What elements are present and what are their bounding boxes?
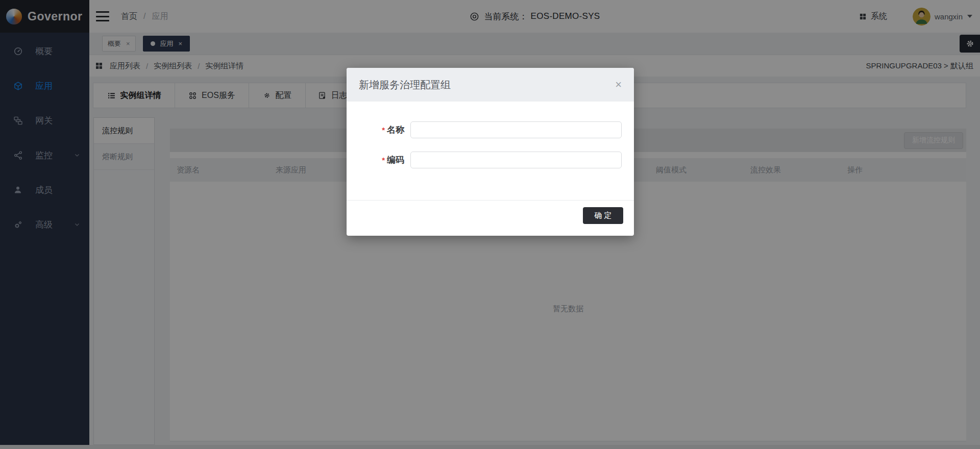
form-row-code: *编码: [347, 152, 634, 168]
code-field-label: *编码: [347, 152, 410, 168]
form-row-name: *名称: [347, 121, 634, 138]
required-asterisk: *: [382, 126, 385, 134]
modal-header: 新增服务治理配置组 ×: [347, 68, 634, 102]
add-governance-config-group-modal: 新增服务治理配置组 × *名称 *编码 确 定: [347, 68, 634, 236]
close-icon[interactable]: ×: [615, 79, 622, 90]
confirm-button[interactable]: 确 定: [583, 207, 623, 224]
modal-title: 新增服务治理配置组: [359, 78, 451, 92]
required-asterisk: *: [382, 156, 385, 164]
modal-footer: 确 定: [347, 200, 634, 236]
name-input[interactable]: [410, 121, 622, 138]
code-input[interactable]: [410, 152, 622, 168]
name-field-label: *名称: [347, 121, 410, 138]
modal-body: *名称 *编码: [347, 102, 634, 200]
